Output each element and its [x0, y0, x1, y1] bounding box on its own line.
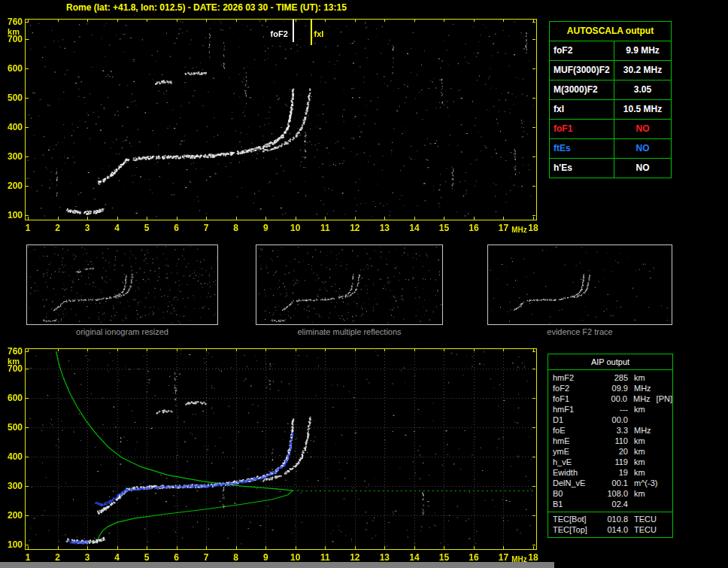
thumbnail-caption-original: original ionogram resized	[26, 327, 218, 336]
param-value: 00.0	[602, 415, 628, 425]
param-value: 20	[602, 446, 628, 457]
param-unit: MHz	[628, 425, 651, 436]
thumbnail-multiples-removed	[256, 245, 443, 325]
param-unit: km	[628, 372, 645, 383]
param-unit: MHz	[628, 383, 651, 393]
param-name: B0	[548, 488, 602, 499]
param-name: hmF2	[548, 372, 602, 383]
row-label: ftEs	[550, 139, 614, 158]
param-value: 02.4	[602, 499, 628, 509]
param-unit: km	[628, 436, 645, 446]
param-flag: [PN]	[651, 393, 672, 404]
param-value: 19	[602, 467, 628, 478]
top-ionogram-canvas	[0, 11, 548, 236]
autoscala-output-table: AUTOSCALA output foF2 9.9 MHz MUF(3000)F…	[549, 21, 672, 178]
param-value: 09.9	[602, 383, 628, 393]
bottom-ionogram-canvas	[0, 339, 548, 566]
param-value: 110	[602, 436, 628, 446]
param-value: 010.8	[602, 514, 628, 524]
autoscala-table-header: AUTOSCALA output	[550, 22, 671, 41]
row-value: 9.9 MHz	[614, 41, 671, 60]
param-name: TEC[Bot]	[548, 514, 602, 524]
row-label: fxI	[550, 100, 614, 119]
aip-row-D1: D1 00.0	[548, 415, 672, 425]
thumbnail-f2-trace	[487, 245, 672, 325]
param-unit	[628, 499, 634, 509]
thumbnail-caption-f2: evidence F2 trace	[487, 327, 672, 336]
param-name: h_vE	[548, 457, 602, 467]
param-value: 00.0	[602, 393, 627, 404]
param-value: 108.0	[602, 488, 628, 499]
param-unit: TECU	[628, 524, 657, 535]
param-unit: m^(-3)	[628, 478, 657, 488]
row-label: h'Es	[550, 159, 614, 178]
aip-row-B0: B0 108.0 km	[548, 488, 672, 499]
aip-row-foF1: foF1 00.0 MHz [PN]	[548, 393, 672, 404]
param-name: TEC[Top]	[548, 524, 602, 535]
row-value: 3.05	[614, 80, 671, 99]
aip-output-table: AIP output hmF2 285 km foF2 09.9 MHz foF…	[548, 354, 673, 538]
thumbnail-caption-multiples: eliminate multiple reflections	[256, 327, 443, 336]
aip-row-foE: foE 3.3 MHz	[548, 425, 672, 436]
param-unit: km	[628, 467, 645, 478]
param-name: foF2	[548, 383, 602, 393]
row-value: 30.2 MHz	[614, 61, 671, 80]
param-value: 285	[602, 372, 628, 383]
row-label: foF1	[550, 120, 614, 138]
row-label: foF2	[550, 41, 614, 60]
param-unit: km	[628, 404, 645, 415]
param-name: hmE	[548, 436, 602, 446]
param-value: 119	[602, 457, 628, 467]
aip-row-foF2: foF2 09.9 MHz	[548, 383, 672, 393]
param-unit: MHz	[627, 393, 651, 404]
param-value: 00.1	[602, 478, 628, 488]
aip-row-Ewidth: Ewidth 19 km	[548, 467, 672, 478]
aip-row-hmF2: hmF2 285 km	[548, 372, 672, 383]
aip-row-hmF1: hmF1 --- km	[548, 404, 672, 415]
aip-row-tec-bot: TEC[Bot] 010.8 TECU	[548, 514, 672, 524]
param-value: ---	[602, 404, 628, 415]
aip-row-ymE: ymE 20 km	[548, 446, 672, 457]
table-row-hEs: h'Es NO	[550, 159, 671, 178]
window-edge	[0, 562, 554, 568]
param-unit	[628, 415, 634, 425]
param-unit: TECU	[628, 514, 657, 524]
row-label: MUF(3000)F2	[550, 61, 614, 80]
aip-row-tec-top: TEC[Top] 014.0 TECU	[548, 524, 672, 535]
table-row-m3000f2: M(3000)F2 3.05	[550, 80, 671, 100]
param-unit: km	[628, 488, 645, 499]
table-row-muf3000f2: MUF(3000)F2 30.2 MHz	[550, 61, 671, 80]
param-name: DelN_vE	[548, 478, 602, 488]
table-row-foF1: foF1 NO	[550, 120, 671, 139]
param-name: D1	[548, 415, 602, 425]
table-row-ftEs: ftEs NO	[550, 139, 671, 159]
aip-row-DelN_vE: DelN_vE 00.1 m^(-3)	[548, 478, 672, 488]
row-value: NO	[614, 139, 671, 158]
param-name: Ewidth	[548, 467, 602, 478]
table-row-foF2: foF2 9.9 MHz	[550, 41, 671, 61]
row-value: 10.5 MHz	[614, 100, 671, 119]
aip-row-B1: B1 02.4	[548, 499, 672, 509]
param-value: 3.3	[602, 425, 628, 436]
aip-row-hmE: hmE 110 km	[548, 436, 672, 446]
param-unit: km	[628, 446, 645, 457]
param-name: foE	[548, 425, 602, 436]
aip-table-header: AIP output	[548, 354, 672, 370]
param-unit: km	[628, 457, 645, 467]
row-value: NO	[614, 120, 671, 138]
aip-row-h_vE: h_vE 119 km	[548, 457, 672, 467]
param-name: hmF1	[548, 404, 602, 415]
row-label: M(3000)F2	[550, 80, 614, 99]
row-value: NO	[614, 159, 671, 178]
param-value: 014.0	[602, 524, 628, 535]
tec-section: TEC[Bot] 010.8 TECU TEC[Top] 014.0 TECU	[548, 512, 672, 535]
aip-table-body: hmF2 285 km foF2 09.9 MHz foF1 00.0 MHz …	[548, 370, 672, 537]
thumbnail-original-ionogram	[26, 245, 218, 325]
table-row-fxI: fxI 10.5 MHz	[550, 100, 671, 120]
param-name: ymE	[548, 446, 602, 457]
param-name: foF1	[548, 393, 602, 404]
param-name: B1	[548, 499, 602, 509]
